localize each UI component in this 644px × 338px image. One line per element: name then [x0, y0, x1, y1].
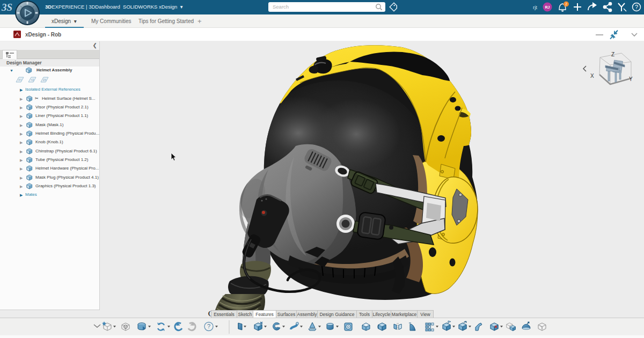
- svg-text:X: X: [590, 73, 594, 79]
- svg-text:3S: 3S: [1, 2, 12, 13]
- svg-text:2: 2: [565, 2, 567, 6]
- svg-text:RJ: RJ: [545, 5, 550, 9]
- svg-text:Z: Z: [611, 52, 614, 57]
- svg-text:?: ?: [635, 4, 638, 10]
- svg-text:Y: Y: [629, 76, 633, 82]
- svg-text:ZX: ZX: [43, 78, 47, 82]
- svg-text:YZ: YZ: [31, 78, 34, 82]
- svg-text:rjt: rjt: [533, 4, 537, 10]
- svg-text:?: ?: [207, 323, 210, 329]
- svg-text:XY: XY: [18, 78, 22, 82]
